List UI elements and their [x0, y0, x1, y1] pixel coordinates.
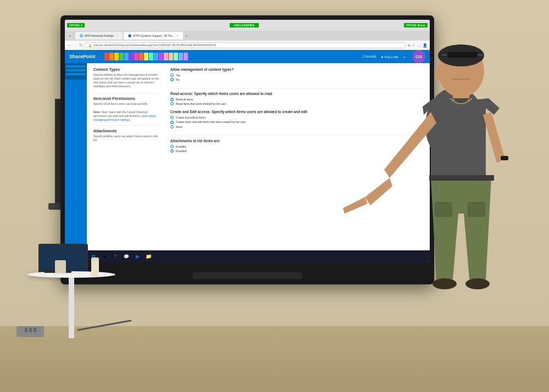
svg-rect-14: [501, 156, 508, 160]
sp-colorbar: [104, 53, 188, 60]
svg-rect-3: [447, 52, 478, 58]
svg-rect-11: [429, 175, 494, 181]
svg-rect-9: [435, 203, 452, 216]
svg-point-7: [435, 67, 443, 80]
cpcon-badge: CPCON: 3: [67, 23, 85, 27]
attachments-text: Specify whether users can attach files t…: [93, 135, 159, 142]
content-types-text: Specify whether to allow the management …: [93, 73, 159, 88]
back-button[interactable]: ←: [67, 43, 71, 48]
permissions-title: Item-level Permissions: [93, 97, 159, 100]
content-types-no-dot[interactable]: [170, 78, 174, 81]
unclassified-badge: UNCLASSIFIED: [230, 23, 259, 27]
browser-tab-2[interactable]: 🔵 AFKN Systems Support - All Tec... ×: [124, 32, 183, 40]
pen-tray: [192, 272, 302, 279]
content-types-title: Content Types: [93, 68, 159, 71]
read-created-dot[interactable]: [170, 102, 174, 105]
table-top: [27, 271, 115, 278]
create-all-dot[interactable]: [170, 116, 174, 119]
permissions-text: Specify which items users can read and e…: [93, 102, 159, 106]
media-icon[interactable]: ▶: [133, 252, 142, 261]
svg-point-12: [432, 278, 457, 289]
browser-tab-1[interactable]: 🌐 APR Advanced Settings ×: [75, 32, 123, 40]
forward-button[interactable]: →: [73, 43, 77, 48]
chat-icon[interactable]: 💬: [122, 252, 131, 261]
permissions-note: Note: Note: Users with the Cancel Checko…: [93, 110, 159, 122]
divider-2: [93, 125, 159, 126]
attachments-title: Attachments: [93, 129, 159, 133]
power-strip: [16, 326, 44, 337]
content-types-yes-dot[interactable]: [170, 74, 174, 77]
attachments-disabled-dot[interactable]: [170, 149, 174, 153]
sanitizer-bottle: [55, 260, 66, 274]
create-own-dot[interactable]: [170, 121, 174, 124]
none-dot[interactable]: [170, 125, 174, 128]
permissions-section: Item-level Permissions Specify which ite…: [93, 97, 159, 122]
person-figure: [335, 27, 533, 345]
svg-point-13: [465, 278, 490, 289]
table-leg: [69, 278, 74, 338]
room-scene: CPCON: 3 UNCLASSIFIED FPCON: Bravo ⊞ 🌐 A…: [0, 0, 549, 392]
file-icon[interactable]: 📁: [144, 252, 153, 261]
attachments-section: Attachments Specify whether users can at…: [93, 129, 159, 142]
read-all-dot[interactable]: [170, 98, 174, 101]
refresh-button[interactable]: ↻: [79, 43, 83, 48]
table-scene: [27, 227, 115, 337]
divider-1: [93, 93, 159, 93]
attachments-enabled-dot[interactable]: [170, 145, 174, 148]
content-types-section: Content Types Specify whether to allow t…: [93, 68, 159, 88]
svg-rect-10: [468, 203, 485, 216]
sp-logo: SharePoint: [69, 54, 96, 59]
water-bottle: [91, 257, 99, 277]
